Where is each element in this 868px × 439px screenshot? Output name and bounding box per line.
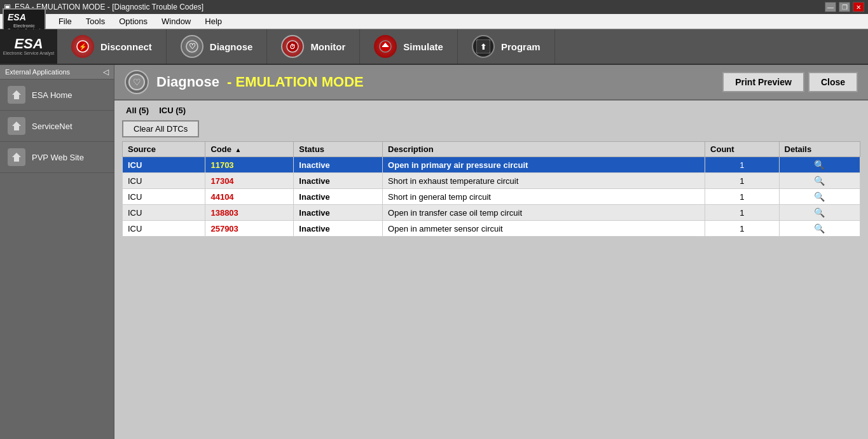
- col-status: Status: [294, 142, 383, 157]
- titlebar-controls: — ❐ ✕: [825, 2, 864, 12]
- table-row[interactable]: ICU 44104 Inactive Short in general temp…: [123, 189, 860, 205]
- svg-text:⬆: ⬆: [480, 43, 486, 52]
- cell-details[interactable]: 🔍: [779, 189, 860, 205]
- cell-status: Inactive: [294, 205, 383, 221]
- cell-source: ICU: [123, 189, 205, 205]
- monitor-icon: ⏱: [281, 35, 304, 58]
- restore-button[interactable]: ❐: [839, 2, 850, 12]
- menu-file[interactable]: File: [52, 15, 78, 27]
- dtc-table-body: ICU 11703 Inactive Open in primary air p…: [123, 157, 860, 237]
- close-button[interactable]: Close: [808, 72, 858, 92]
- sidebar-pin-icon[interactable]: ◁: [103, 67, 109, 76]
- disconnect-icon: ⚡: [71, 35, 94, 58]
- tab-all[interactable]: All (5): [122, 104, 153, 116]
- cell-source: ICU: [123, 221, 205, 237]
- dtc-table: Source Code ▲ Status Description Count D…: [122, 141, 860, 237]
- cell-source: ICU: [123, 157, 205, 173]
- sidebar-item-servicenet[interactable]: ServiceNet: [0, 111, 114, 142]
- cell-source: ICU: [123, 173, 205, 189]
- titlebar: ▣ ESA - EMULATION MODE - [Diagnostic Tro…: [0, 0, 868, 14]
- menu-help[interactable]: Help: [198, 15, 228, 27]
- table-row[interactable]: ICU 17304 Inactive Short in exhaust temp…: [123, 173, 860, 189]
- dtc-table-wrapper: Source Code ▲ Status Description Count D…: [114, 141, 868, 244]
- svg-text:♡: ♡: [188, 42, 195, 51]
- print-preview-button[interactable]: Print Preview: [722, 72, 804, 92]
- col-code[interactable]: Code ▲: [205, 142, 294, 157]
- col-count: Count: [705, 142, 780, 157]
- disconnect-button[interactable]: ⚡ Disconnect: [57, 29, 167, 64]
- cell-source: ICU: [123, 205, 205, 221]
- diagnose-button[interactable]: ♡ Diagnose: [167, 29, 268, 64]
- cell-status: Inactive: [294, 221, 383, 237]
- sidebar-item-pvp-web[interactable]: PVP Web Site: [0, 142, 114, 173]
- minimize-button[interactable]: —: [825, 2, 836, 12]
- simulate-label: Simulate: [403, 41, 443, 52]
- simulate-button[interactable]: Simulate: [360, 29, 458, 64]
- diagnose-icon: ♡: [181, 35, 203, 58]
- diagnose-mode: - EMULATION MODE: [227, 74, 364, 90]
- diagnose-label: Diagnose: [210, 41, 253, 52]
- cell-description: Open in primary air pressure circuit: [383, 157, 705, 173]
- simulate-icon: [374, 35, 397, 58]
- clear-btn-row: Clear All DTCs: [114, 116, 868, 141]
- cell-status: Inactive: [294, 189, 383, 205]
- details-icon[interactable]: 🔍: [814, 176, 825, 186]
- cell-details[interactable]: 🔍: [779, 157, 860, 173]
- monitor-button[interactable]: ⏱ Monitor: [267, 29, 360, 64]
- svg-marker-13: [12, 153, 21, 162]
- tab-icu[interactable]: ICU (5): [155, 104, 189, 116]
- toolbar: ESA Electronic Service Analyst ⚡ Disconn…: [0, 29, 868, 65]
- cell-code: 11703: [205, 157, 294, 173]
- esa-brand-text: ESA: [14, 37, 43, 51]
- cell-status: Inactive: [294, 173, 383, 189]
- diagnose-header: ♡ Diagnose - EMULATION MODE Print Previe…: [114, 65, 868, 101]
- cell-description: Short in general temp circuit: [383, 189, 705, 205]
- cell-code: 138803: [205, 205, 294, 221]
- col-description: Description: [383, 142, 705, 157]
- sidebar-item-esa-home[interactable]: ESA Home: [0, 80, 114, 111]
- menubar: ESA ElectronicService Analyst File Tools…: [0, 14, 868, 29]
- details-icon[interactable]: 🔍: [814, 207, 825, 218]
- tab-row: All (5) ICU (5): [114, 101, 868, 116]
- cell-details[interactable]: 🔍: [779, 205, 860, 221]
- home-icon: [8, 86, 25, 104]
- program-button[interactable]: ⬆ Program: [458, 29, 555, 64]
- cell-code: 257903: [205, 221, 294, 237]
- svg-text:♡: ♡: [133, 77, 141, 87]
- table-row[interactable]: ICU 11703 Inactive Open in primary air p…: [123, 157, 860, 173]
- diagnose-header-icon: ♡: [125, 70, 149, 94]
- table-row[interactable]: ICU 257903 Inactive Open in ammeter sens…: [123, 221, 860, 237]
- details-icon[interactable]: 🔍: [814, 192, 825, 202]
- sidebar-pvp-label: PVP Web Site: [32, 153, 84, 162]
- sidebar-servicenet-label: ServiceNet: [32, 122, 72, 131]
- col-source: Source: [123, 142, 205, 157]
- cell-code: 44104: [205, 189, 294, 205]
- details-icon[interactable]: 🔍: [814, 223, 825, 233]
- main-layout: External Applications ◁ ESA Home Service…: [0, 65, 868, 439]
- esa-logo-text: ESA: [8, 12, 26, 22]
- pvp-icon: [8, 148, 25, 166]
- menu-options[interactable]: Options: [113, 15, 154, 27]
- cell-count: 1: [705, 157, 780, 173]
- menu-window[interactable]: Window: [155, 15, 197, 27]
- cell-details[interactable]: 🔍: [779, 221, 860, 237]
- cell-code: 17304: [205, 173, 294, 189]
- servicenet-icon: [8, 117, 25, 135]
- menu-tools[interactable]: Tools: [79, 15, 111, 27]
- clear-all-dtcs-button[interactable]: Clear All DTCs: [122, 120, 199, 137]
- cell-description: Open in ammeter sensor circuit: [383, 221, 705, 237]
- cell-description: Open in transfer case oil temp circuit: [383, 205, 705, 221]
- table-row[interactable]: ICU 138803 Inactive Open in transfer cas…: [123, 205, 860, 221]
- code-sort-icon: ▲: [235, 146, 242, 153]
- sidebar-header-label: External Applications: [5, 68, 70, 76]
- svg-marker-11: [12, 90, 21, 99]
- svg-marker-12: [12, 122, 21, 130]
- cell-details[interactable]: 🔍: [779, 173, 860, 189]
- cell-count: 1: [705, 221, 780, 237]
- sidebar-header: External Applications ◁: [0, 65, 114, 80]
- window-close-button[interactable]: ✕: [853, 2, 864, 12]
- details-icon[interactable]: 🔍: [814, 160, 825, 170]
- sidebar-esa-home-label: ESA Home: [32, 90, 72, 100]
- program-icon: ⬆: [472, 35, 495, 58]
- program-label: Program: [501, 41, 541, 52]
